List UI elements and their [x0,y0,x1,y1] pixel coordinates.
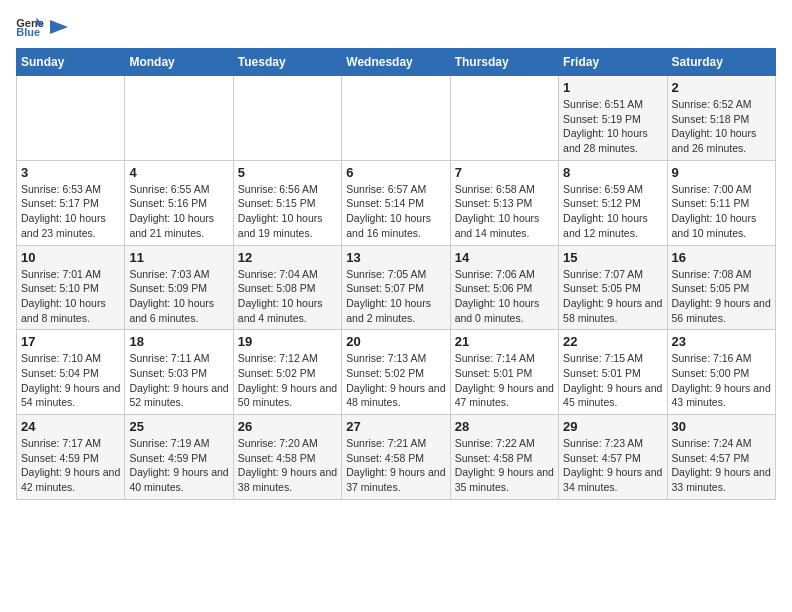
weekday-header: Sunday [17,49,125,76]
day-number: 2 [672,80,771,95]
day-info: Sunrise: 7:04 AM Sunset: 5:08 PM Dayligh… [238,267,337,326]
day-number: 21 [455,334,554,349]
day-number: 18 [129,334,228,349]
day-number: 14 [455,250,554,265]
day-info: Sunrise: 7:22 AM Sunset: 4:58 PM Dayligh… [455,436,554,495]
calendar-cell: 10Sunrise: 7:01 AM Sunset: 5:10 PM Dayli… [17,245,125,330]
day-info: Sunrise: 6:52 AM Sunset: 5:18 PM Dayligh… [672,97,771,156]
calendar-cell: 4Sunrise: 6:55 AM Sunset: 5:16 PM Daylig… [125,160,233,245]
day-info: Sunrise: 7:15 AM Sunset: 5:01 PM Dayligh… [563,351,662,410]
calendar-cell: 20Sunrise: 7:13 AM Sunset: 5:02 PM Dayli… [342,330,450,415]
day-number: 10 [21,250,120,265]
calendar-week-row: 3Sunrise: 6:53 AM Sunset: 5:17 PM Daylig… [17,160,776,245]
day-number: 12 [238,250,337,265]
calendar-cell [17,76,125,161]
weekday-header: Thursday [450,49,558,76]
calendar-cell: 1Sunrise: 6:51 AM Sunset: 5:19 PM Daylig… [559,76,667,161]
day-number: 24 [21,419,120,434]
logo-arrow-icon [50,20,68,34]
day-info: Sunrise: 6:58 AM Sunset: 5:13 PM Dayligh… [455,182,554,241]
day-info: Sunrise: 7:12 AM Sunset: 5:02 PM Dayligh… [238,351,337,410]
day-info: Sunrise: 7:07 AM Sunset: 5:05 PM Dayligh… [563,267,662,326]
calendar-cell: 15Sunrise: 7:07 AM Sunset: 5:05 PM Dayli… [559,245,667,330]
calendar-header: SundayMondayTuesdayWednesdayThursdayFrid… [17,49,776,76]
day-number: 5 [238,165,337,180]
day-number: 17 [21,334,120,349]
calendar-cell: 24Sunrise: 7:17 AM Sunset: 4:59 PM Dayli… [17,415,125,500]
day-number: 6 [346,165,445,180]
calendar-cell: 12Sunrise: 7:04 AM Sunset: 5:08 PM Dayli… [233,245,341,330]
day-info: Sunrise: 6:57 AM Sunset: 5:14 PM Dayligh… [346,182,445,241]
calendar-cell: 23Sunrise: 7:16 AM Sunset: 5:00 PM Dayli… [667,330,775,415]
day-info: Sunrise: 6:53 AM Sunset: 5:17 PM Dayligh… [21,182,120,241]
weekday-header: Wednesday [342,49,450,76]
weekday-header: Saturday [667,49,775,76]
day-number: 3 [21,165,120,180]
day-number: 1 [563,80,662,95]
calendar-week-row: 10Sunrise: 7:01 AM Sunset: 5:10 PM Dayli… [17,245,776,330]
day-number: 26 [238,419,337,434]
weekday-header: Friday [559,49,667,76]
calendar-cell: 27Sunrise: 7:21 AM Sunset: 4:58 PM Dayli… [342,415,450,500]
calendar-cell [125,76,233,161]
calendar-cell: 18Sunrise: 7:11 AM Sunset: 5:03 PM Dayli… [125,330,233,415]
day-info: Sunrise: 7:19 AM Sunset: 4:59 PM Dayligh… [129,436,228,495]
day-number: 16 [672,250,771,265]
day-info: Sunrise: 6:59 AM Sunset: 5:12 PM Dayligh… [563,182,662,241]
day-info: Sunrise: 7:17 AM Sunset: 4:59 PM Dayligh… [21,436,120,495]
calendar-cell: 21Sunrise: 7:14 AM Sunset: 5:01 PM Dayli… [450,330,558,415]
calendar-cell: 11Sunrise: 7:03 AM Sunset: 5:09 PM Dayli… [125,245,233,330]
svg-text:Blue: Blue [16,26,40,38]
logo: General Blue [16,16,68,38]
day-info: Sunrise: 7:11 AM Sunset: 5:03 PM Dayligh… [129,351,228,410]
calendar-week-row: 1Sunrise: 6:51 AM Sunset: 5:19 PM Daylig… [17,76,776,161]
day-info: Sunrise: 7:20 AM Sunset: 4:58 PM Dayligh… [238,436,337,495]
day-number: 28 [455,419,554,434]
day-number: 8 [563,165,662,180]
weekday-header: Monday [125,49,233,76]
day-info: Sunrise: 7:00 AM Sunset: 5:11 PM Dayligh… [672,182,771,241]
calendar-cell [342,76,450,161]
day-number: 11 [129,250,228,265]
day-info: Sunrise: 6:56 AM Sunset: 5:15 PM Dayligh… [238,182,337,241]
day-number: 9 [672,165,771,180]
day-number: 30 [672,419,771,434]
calendar-cell: 30Sunrise: 7:24 AM Sunset: 4:57 PM Dayli… [667,415,775,500]
calendar-cell: 5Sunrise: 6:56 AM Sunset: 5:15 PM Daylig… [233,160,341,245]
day-info: Sunrise: 7:21 AM Sunset: 4:58 PM Dayligh… [346,436,445,495]
day-number: 19 [238,334,337,349]
calendar-cell: 2Sunrise: 6:52 AM Sunset: 5:18 PM Daylig… [667,76,775,161]
calendar-cell: 7Sunrise: 6:58 AM Sunset: 5:13 PM Daylig… [450,160,558,245]
calendar-week-row: 24Sunrise: 7:17 AM Sunset: 4:59 PM Dayli… [17,415,776,500]
calendar-cell [450,76,558,161]
day-number: 25 [129,419,228,434]
day-info: Sunrise: 7:23 AM Sunset: 4:57 PM Dayligh… [563,436,662,495]
day-info: Sunrise: 7:13 AM Sunset: 5:02 PM Dayligh… [346,351,445,410]
calendar-cell: 3Sunrise: 6:53 AM Sunset: 5:17 PM Daylig… [17,160,125,245]
day-info: Sunrise: 7:10 AM Sunset: 5:04 PM Dayligh… [21,351,120,410]
day-info: Sunrise: 7:24 AM Sunset: 4:57 PM Dayligh… [672,436,771,495]
page-header: General Blue [16,16,776,38]
day-info: Sunrise: 7:14 AM Sunset: 5:01 PM Dayligh… [455,351,554,410]
day-info: Sunrise: 7:05 AM Sunset: 5:07 PM Dayligh… [346,267,445,326]
day-info: Sunrise: 6:51 AM Sunset: 5:19 PM Dayligh… [563,97,662,156]
calendar-cell: 25Sunrise: 7:19 AM Sunset: 4:59 PM Dayli… [125,415,233,500]
calendar-cell [233,76,341,161]
calendar-cell: 29Sunrise: 7:23 AM Sunset: 4:57 PM Dayli… [559,415,667,500]
day-number: 23 [672,334,771,349]
day-number: 29 [563,419,662,434]
day-number: 15 [563,250,662,265]
day-number: 4 [129,165,228,180]
logo-icon: General Blue [16,16,44,38]
day-number: 7 [455,165,554,180]
calendar-cell: 28Sunrise: 7:22 AM Sunset: 4:58 PM Dayli… [450,415,558,500]
calendar-cell: 9Sunrise: 7:00 AM Sunset: 5:11 PM Daylig… [667,160,775,245]
day-info: Sunrise: 7:06 AM Sunset: 5:06 PM Dayligh… [455,267,554,326]
calendar-cell: 13Sunrise: 7:05 AM Sunset: 5:07 PM Dayli… [342,245,450,330]
weekday-header: Tuesday [233,49,341,76]
calendar-body: 1Sunrise: 6:51 AM Sunset: 5:19 PM Daylig… [17,76,776,500]
calendar-cell: 22Sunrise: 7:15 AM Sunset: 5:01 PM Dayli… [559,330,667,415]
day-number: 22 [563,334,662,349]
day-number: 27 [346,419,445,434]
calendar-week-row: 17Sunrise: 7:10 AM Sunset: 5:04 PM Dayli… [17,330,776,415]
